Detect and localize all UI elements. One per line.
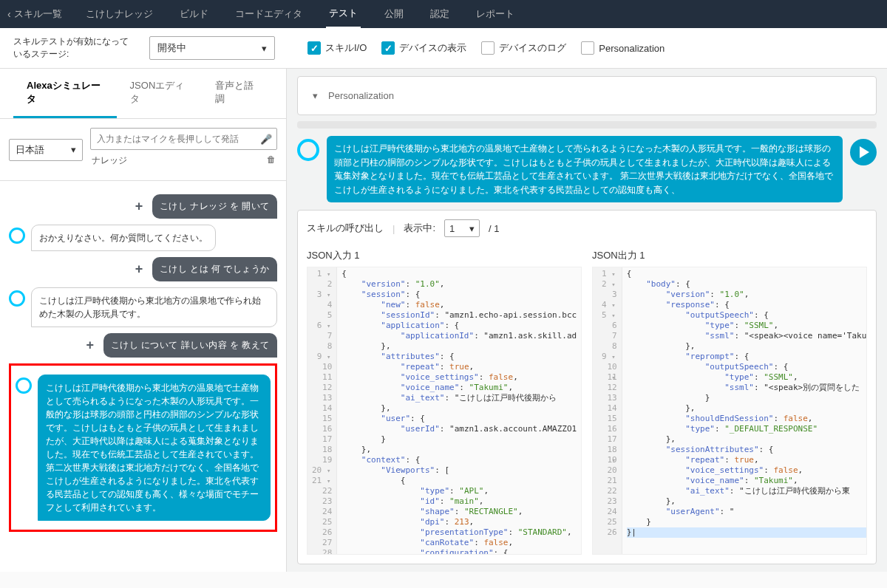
json-io-panel: スキルの呼び出し | 表示中: 1▾ / 1 JSON入力 1 1 ▾2 3 ▾… [297, 210, 877, 564]
locale-select[interactable]: 日本語▾ [9, 139, 83, 161]
json-input-title: JSON入力 1 [307, 249, 582, 262]
checkbox-icon: ✓ [381, 41, 395, 55]
tab-json-editor[interactable]: JSONエディタ [117, 69, 203, 118]
user-utterance: こけし とは 何 でしょうか [152, 257, 277, 281]
stage-bar: スキルテストが有効になっているステージ: 開発中▾ ✓スキルI/O ✓デバイスの… [0, 28, 887, 69]
device-response-text: こけしは江戸時代後期から東北地方の温泉地で土産物として売られるようになった木製の… [327, 136, 843, 202]
knowledge-label: ナレッジ [92, 154, 127, 167]
chat-transcript: +こけし ナレッジ を 開いて おかえりなさい。何か質問してください。 +こけし… [0, 181, 286, 542]
json-input-editor[interactable]: 1 ▾2 3 ▾4 5 6 ▾7 8 9 ▾10 11 12 13 14 15 … [307, 267, 582, 555]
alexa-icon [297, 139, 319, 161]
checkbox-icon [581, 41, 594, 55]
nav-item-4[interactable]: 公開 [381, 1, 407, 27]
back-link[interactable]: ‹スキル一覧 [7, 7, 62, 21]
invocation-page-select[interactable]: 1▾ [444, 219, 480, 237]
highlighted-response: こけしは江戸時代後期から東北地方の温泉地で土産物として売られるようになった木製の… [9, 363, 277, 532]
alexa-icon [9, 228, 25, 244]
nav-item-3[interactable]: テスト [326, 0, 361, 28]
personalization-card[interactable]: ▾Personalization [297, 76, 877, 115]
utterance-input[interactable] [91, 134, 256, 144]
user-utterance: こけし について 詳しい内容 を 教えて [103, 333, 277, 358]
alexa-icon [16, 377, 32, 394]
nav-item-6[interactable]: レポート [473, 1, 517, 27]
invocation-label: スキルの呼び出し [307, 222, 384, 235]
nav-item-5[interactable]: 認定 [427, 1, 452, 27]
tab-voice-tone[interactable]: 音声と語調 [202, 69, 273, 118]
nav-item-0[interactable]: こけしナレッジ [83, 1, 156, 27]
user-utterance: こけし ナレッジ を 開いて [152, 194, 277, 219]
chevron-left-icon: ‹ [7, 8, 11, 20]
microphone-icon[interactable]: 🎤 [256, 134, 276, 145]
play-icon [860, 146, 869, 158]
alexa-response: こけしは江戸時代後期から東北地方の温泉地で作られ始めた木製の人形玩具です。 [31, 287, 277, 327]
chevron-down-icon: ▾ [313, 90, 318, 101]
chevron-down-icon: ▾ [262, 43, 267, 54]
add-utterance-button[interactable]: + [130, 198, 148, 216]
top-nav: ‹スキル一覧 こけしナレッジ ビルド コードエディタ テスト 公開 認定 レポー… [0, 0, 887, 28]
invocation-page-total: / 1 [489, 223, 499, 234]
chevron-down-icon: ▾ [469, 223, 475, 234]
check-personalization[interactable]: Personalization [581, 41, 665, 55]
check-device-log[interactable]: デバイスのログ [481, 41, 566, 55]
tab-simulator[interactable]: Alexaシミュレータ [13, 69, 117, 118]
alexa-icon [9, 290, 25, 307]
horizontal-scrollbar[interactable] [297, 121, 877, 129]
chevron-down-icon: ▾ [71, 144, 76, 155]
checkbox-icon [481, 41, 495, 55]
stage-select[interactable]: 開発中▾ [149, 36, 275, 60]
check-device-display[interactable]: ✓デバイスの表示 [381, 41, 466, 55]
json-output-title: JSON出力 1 [592, 249, 867, 262]
nav-item-2[interactable]: コードエディタ [232, 1, 305, 27]
stage-label: スキルテストが有効になっているステージ: [13, 35, 132, 61]
play-audio-button[interactable] [850, 139, 877, 165]
nav-item-1[interactable]: ビルド [177, 1, 211, 27]
alexa-response: こけしは江戸時代後期から東北地方の温泉地で土産物として売られるようになった木製の… [38, 375, 271, 521]
add-utterance-button[interactable]: + [81, 337, 99, 355]
add-utterance-button[interactable]: + [130, 261, 148, 278]
json-output-editor[interactable]: 1 ▾2 ▾3 4 ▾5 ▾6 7 8 9 ▾10 ▾11 12 13 14 1… [592, 267, 867, 555]
check-skill-io[interactable]: ✓スキルI/O [307, 41, 367, 55]
showing-label: 表示中: [404, 222, 435, 235]
trash-icon[interactable]: 🗑 [267, 154, 276, 167]
simulator-tabs: Alexaシミュレータ JSONエディタ 音声と語調 [0, 69, 286, 119]
alexa-response: おかえりなさい。何か質問してください。 [31, 225, 216, 251]
checkbox-icon: ✓ [307, 41, 321, 55]
